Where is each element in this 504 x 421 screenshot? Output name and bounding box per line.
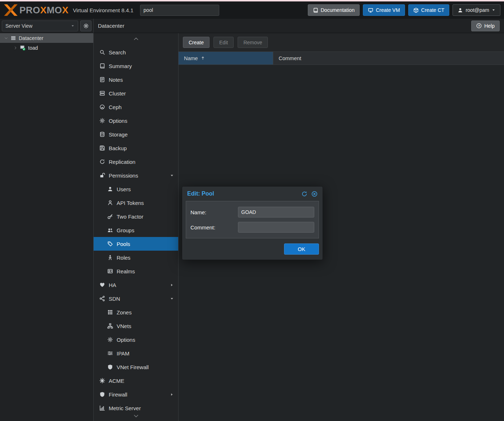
nav-item-ipam[interactable]: IPAM <box>94 346 178 360</box>
nav-item-label: Roles <box>117 255 130 261</box>
caret-right-icon <box>170 393 174 397</box>
database-icon <box>99 131 106 137</box>
nav-item-label: HA <box>109 282 116 288</box>
logo-text-segment: X <box>62 5 69 16</box>
nav-item-label: SDN <box>109 296 120 302</box>
nav-item-pools[interactable]: Pools <box>94 237 178 251</box>
view-settings-button[interactable] <box>80 21 91 31</box>
help-button[interactable]: ? Help <box>471 21 500 31</box>
user-icon <box>107 186 114 192</box>
nav-item-label: Two Factor <box>117 214 143 220</box>
book-icon <box>313 8 318 13</box>
nav-item-label: ACME <box>109 378 124 384</box>
nav-item-vnet-firewall[interactable]: VNet Firewall <box>94 360 178 374</box>
nav-item-vnets[interactable]: VNets <box>94 319 178 333</box>
nav-item-label: IPAM <box>117 350 130 357</box>
nav-item-label: Permissions <box>109 173 138 179</box>
caret-right-icon <box>170 283 174 287</box>
cluster-icon <box>99 90 106 96</box>
topbar-actions: Documentation Create VM Create CT root@p… <box>308 4 500 16</box>
gear-icon <box>83 23 89 29</box>
column-label: Name <box>184 55 198 61</box>
network-icon <box>99 296 106 301</box>
gear-icon <box>107 337 114 342</box>
key-icon <box>107 214 114 219</box>
reset-icon[interactable] <box>301 191 307 197</box>
nav-item-api-tokens[interactable]: API Tokens <box>94 196 178 210</box>
caret-down-icon <box>170 297 174 301</box>
nav-item-sdn[interactable]: SDN <box>94 292 178 305</box>
nav-item-backup[interactable]: Backup <box>94 141 178 155</box>
nav-item-two-factor[interactable]: Two Factor <box>94 210 178 223</box>
nav-item-summary[interactable]: Summary <box>94 59 178 73</box>
caret-down-icon <box>170 174 174 178</box>
gear-icon <box>99 118 106 124</box>
id-badge-icon <box>107 200 114 206</box>
dialog-header[interactable]: Edit: Pool <box>182 187 323 201</box>
column-header-name[interactable]: Name <box>179 52 273 64</box>
nav-item-options[interactable]: Options <box>94 333 178 346</box>
search-input[interactable] <box>140 5 219 16</box>
ok-button[interactable]: OK <box>284 243 319 255</box>
nav-item-search[interactable]: Search <box>94 45 178 59</box>
nav-item-roles[interactable]: Roles <box>94 251 178 264</box>
burst-icon <box>99 378 106 384</box>
nav-item-label: VNets <box>117 323 131 329</box>
nav-item-ha[interactable]: HA <box>94 278 178 292</box>
name-field-label: Name: <box>190 209 238 215</box>
nav-item-zones[interactable]: Zones <box>94 305 178 319</box>
documentation-button[interactable]: Documentation <box>308 4 360 16</box>
nav-item-replication[interactable]: Replication <box>94 155 178 169</box>
collapse-caret-icon[interactable] <box>14 46 17 50</box>
tree-item-datacenter[interactable]: Datacenter <box>0 33 93 43</box>
top-bar: PRO X MO X Virtual Environment 8.4.1 Doc… <box>0 1 504 19</box>
content-header: Datacenter ? Help <box>94 19 504 33</box>
nav-item-label: Storage <box>109 131 128 138</box>
column-header-comment[interactable]: Comment <box>273 52 504 64</box>
create-pool-button[interactable]: Create <box>183 37 210 48</box>
sliders-icon <box>107 350 114 356</box>
users-icon <box>107 227 114 233</box>
expand-caret-icon[interactable] <box>4 36 8 40</box>
nav-item-permissions[interactable]: Permissions <box>94 169 178 182</box>
sitemap-icon <box>107 323 114 329</box>
view-mode-select[interactable]: Server View <box>2 21 78 31</box>
nav-item-cluster[interactable]: Cluster <box>94 86 178 100</box>
nav-item-label: Replication <box>109 159 135 165</box>
dialog-form: Name: Comment: <box>186 201 319 238</box>
sync-icon <box>99 159 106 165</box>
shield-icon <box>99 391 106 397</box>
nav-item-groups[interactable]: Groups <box>94 223 178 237</box>
search-icon <box>99 49 106 55</box>
dialog-footer: OK <box>182 238 323 260</box>
nav-item-label: Backup <box>109 145 127 151</box>
note-icon <box>99 77 106 82</box>
scroll-down-icon[interactable] <box>133 413 139 419</box>
help-label: Help <box>484 23 495 29</box>
nav-item-realms[interactable]: Realms <box>94 264 178 278</box>
nav-item-firewall[interactable]: Firewall <box>94 388 178 401</box>
nav-item-label: Groups <box>117 227 134 233</box>
edit-pool-button[interactable]: Edit <box>213 37 234 48</box>
close-icon[interactable] <box>311 191 318 197</box>
svg-text:?: ? <box>478 24 480 28</box>
user-menu-button[interactable]: root@pam <box>453 4 500 16</box>
nav-item-storage[interactable]: Storage <box>94 127 178 141</box>
nav-item-ceph[interactable]: Ceph <box>94 100 178 114</box>
remove-pool-button[interactable]: Remove <box>238 37 268 48</box>
name-field[interactable] <box>238 207 314 218</box>
nav-item-options[interactable]: Options <box>94 114 178 127</box>
sidebar-header: Server View <box>0 19 94 33</box>
nav-item-acme[interactable]: ACME <box>94 374 178 388</box>
comment-field[interactable] <box>238 222 314 233</box>
nav-item-users[interactable]: Users <box>94 182 178 196</box>
nav-item-notes[interactable]: Notes <box>94 73 178 86</box>
create-vm-button[interactable]: Create VM <box>363 4 405 16</box>
proxmox-wordmark: PRO X MO X <box>19 5 68 16</box>
tree-item-toad[interactable]: toad <box>0 43 93 53</box>
sort-ascending-icon <box>201 56 205 61</box>
nav-item-label: Cluster <box>109 90 126 97</box>
nav-item-label: Notes <box>109 77 123 83</box>
scroll-up-icon[interactable] <box>133 36 139 42</box>
create-ct-button[interactable]: Create CT <box>408 4 450 16</box>
